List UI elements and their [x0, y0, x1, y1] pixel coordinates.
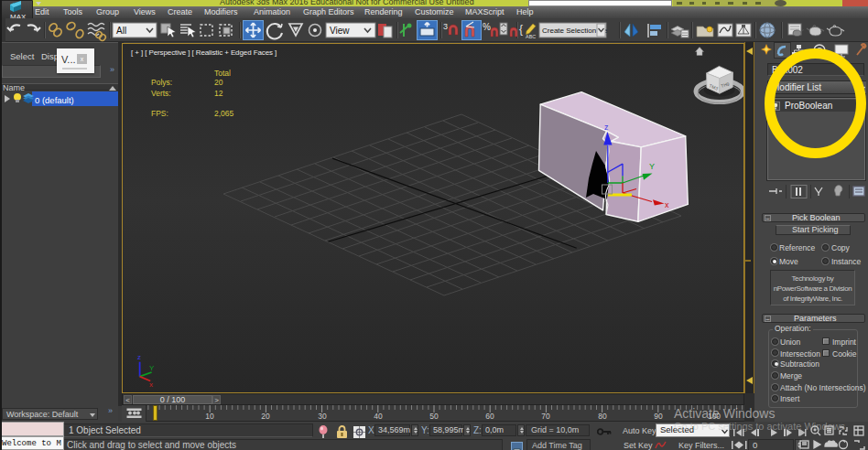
svg-text:10: 10 — [205, 412, 214, 421]
svg-text:Y: Y — [149, 364, 155, 372]
svg-text:x: x — [665, 200, 669, 209]
svg-text:x: x — [149, 380, 153, 389]
svg-text:{: { — [519, 23, 523, 36]
svg-text:70: 70 — [541, 412, 550, 421]
svg-text:50: 50 — [429, 412, 439, 421]
svg-text:All: All — [116, 26, 126, 36]
svg-text:20: 20 — [261, 412, 270, 421]
svg-text:z: z — [604, 123, 609, 132]
svg-text:z: z — [137, 353, 141, 361]
svg-text:40: 40 — [374, 412, 383, 421]
svg-text:80: 80 — [598, 412, 607, 421]
svg-text:Y: Y — [649, 162, 655, 171]
svg-text:3: 3 — [443, 22, 448, 31]
svg-text:%: % — [483, 22, 491, 32]
svg-text:ABC: ABC — [526, 34, 536, 39]
svg-text:90: 90 — [654, 412, 663, 421]
svg-text:View: View — [330, 26, 350, 36]
svg-text:60: 60 — [485, 412, 494, 421]
svg-text:30: 30 — [318, 412, 327, 421]
